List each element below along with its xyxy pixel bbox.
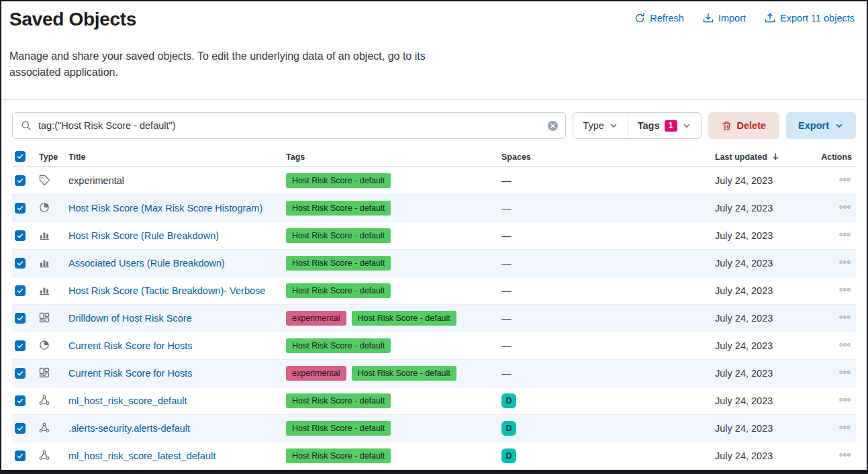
row-checkbox[interactable] [15, 423, 26, 434]
saved-object-title-link[interactable]: Current Risk Score for Hosts [68, 368, 193, 379]
dashboard-icon [39, 312, 50, 323]
row-actions-button[interactable] [838, 448, 852, 464]
type-filter-button[interactable]: Type [573, 113, 627, 138]
row-tags: experimentalHost Risk Score - default [283, 366, 499, 381]
refresh-button[interactable]: Refresh [634, 13, 684, 23]
import-button[interactable]: Import [703, 13, 746, 23]
tag-badge[interactable]: Host Risk Score - default [352, 311, 456, 326]
saved-object-title-link[interactable]: Drilldown of Host Risk Score [68, 313, 192, 324]
row-actions-button[interactable] [838, 393, 852, 409]
row-tags: Host Risk Score - default [283, 393, 499, 409]
row-actions-button[interactable] [838, 228, 852, 244]
table-header-row: Type Title Tags Spaces Last updated Acti… [12, 147, 856, 167]
select-all-checkbox[interactable] [15, 151, 26, 162]
tag-badge[interactable]: Host Risk Score - default [286, 421, 391, 436]
visualization-icon [39, 257, 50, 268]
page-header: Saved Objects Refresh Import Export 11 o… [1, 1, 867, 31]
trash-icon [722, 121, 732, 131]
ellipsis-icon [839, 339, 851, 350]
tag-badge[interactable]: experimental [286, 311, 346, 326]
row-actions-button[interactable] [838, 173, 852, 189]
saved-object-title-link[interactable]: ml_host_risk_score_latest_default [68, 451, 215, 461]
table-body: experimental Host Risk Score - default —… [12, 167, 856, 470]
saved-object-title-link[interactable]: .alerts-security.alerts-default [68, 423, 190, 434]
saved-object-title-link[interactable]: Associated Users (Rule Breakdown) [68, 258, 225, 269]
tag-badge[interactable]: Host Risk Score - default [286, 173, 391, 189]
table-row: Host Risk Score (Max Risk Score Histogra… [12, 195, 856, 222]
row-checkbox[interactable] [15, 451, 26, 461]
row-actions-button[interactable] [838, 283, 852, 299]
row-last-updated: July 24, 2023 [712, 203, 818, 214]
delete-button[interactable]: Delete [708, 112, 780, 139]
clear-search-button[interactable] [547, 120, 559, 132]
saved-object-title-link[interactable]: Host Risk Score (Rule Breakdown) [68, 230, 219, 241]
tag-badge[interactable]: Host Risk Score - default [286, 393, 391, 409]
page-description: Manage and share your saved objects. To … [9, 48, 452, 81]
saved-object-title-link[interactable]: ml_host_risk_score_default [68, 395, 187, 406]
column-header-last-updated[interactable]: Last updated [712, 152, 818, 162]
row-last-updated: July 24, 2023 [712, 285, 818, 296]
tag-badge[interactable]: Host Risk Score - default [286, 283, 391, 299]
saved-object-title-link[interactable]: Host Risk Score (Tactic Breakdown)- Verb… [68, 285, 265, 296]
table-row: Drilldown of Host Risk Score experimenta… [12, 305, 856, 332]
export-all-button[interactable]: Export 11 objects [765, 13, 855, 23]
export-icon [765, 13, 775, 23]
toolbar: Type Tags 1 Delete Export [12, 112, 856, 139]
row-actions-button[interactable] [838, 420, 852, 436]
ellipsis-icon [839, 229, 851, 240]
saved-object-title-link[interactable]: Host Risk Score (Max Risk Score Histogra… [68, 203, 262, 214]
row-checkbox[interactable] [15, 175, 26, 186]
search-icon [21, 120, 32, 131]
visualization-icon [39, 285, 50, 295]
tag-badge[interactable]: Host Risk Score - default [286, 448, 391, 464]
row-spaces: — [499, 285, 712, 296]
row-actions-button[interactable] [838, 255, 852, 271]
row-last-updated: July 24, 2023 [712, 258, 818, 269]
row-checkbox[interactable] [15, 340, 26, 351]
row-last-updated: July 24, 2023 [712, 230, 818, 241]
column-header-type[interactable]: Type [36, 152, 66, 162]
row-last-updated: July 24, 2023 [712, 175, 818, 186]
search-input[interactable] [38, 120, 540, 131]
row-actions-button[interactable] [838, 200, 852, 216]
no-spaces-dash: — [501, 285, 512, 296]
no-spaces-dash: — [501, 340, 512, 351]
export-selected-button[interactable]: Export [786, 112, 856, 139]
row-checkbox[interactable] [15, 258, 26, 269]
row-spaces: D [499, 393, 712, 408]
chevron-down-icon [609, 121, 618, 130]
ellipsis-icon [839, 422, 851, 433]
row-checkbox[interactable] [15, 203, 26, 214]
row-checkbox[interactable] [15, 395, 26, 406]
row-last-updated: July 24, 2023 [712, 395, 818, 406]
tag-badge[interactable]: Host Risk Score - default [286, 228, 391, 244]
clear-icon [547, 120, 559, 132]
column-header-title[interactable]: Title [66, 152, 283, 162]
row-tags: Host Risk Score - default [283, 421, 499, 436]
row-checkbox[interactable] [15, 230, 26, 241]
row-checkbox[interactable] [15, 368, 26, 379]
tag-badge[interactable]: Host Risk Score - default [286, 338, 391, 354]
tags-filter-button[interactable]: Tags 1 [628, 113, 701, 138]
tag-badge[interactable]: Host Risk Score - default [286, 201, 391, 216]
row-actions-button[interactable] [838, 310, 852, 326]
tag-icon [39, 175, 50, 185]
search-box [12, 112, 566, 139]
row-actions-button[interactable] [838, 338, 852, 354]
tag-badge[interactable]: Host Risk Score - default [286, 256, 391, 271]
row-tags: Host Risk Score - default [283, 228, 499, 244]
row-actions-button[interactable] [838, 365, 852, 381]
page-title: Saved Objects [9, 8, 136, 31]
row-checkbox[interactable] [15, 285, 26, 296]
table-row: Associated Users (Rule Breakdown) Host R… [12, 250, 856, 277]
tag-badge[interactable]: Host Risk Score - default [352, 366, 456, 381]
row-checkbox[interactable] [15, 313, 26, 324]
saved-object-title-link: experimental [68, 175, 124, 186]
section-divider [1, 99, 867, 100]
row-tags: Host Risk Score - default [283, 201, 499, 216]
table-row: ml_host_risk_score_default Host Risk Sco… [12, 387, 856, 415]
column-header-actions: Actions [818, 152, 856, 162]
tag-badge[interactable]: experimental [286, 366, 346, 381]
no-spaces-dash: — [501, 313, 512, 324]
saved-object-title-link[interactable]: Current Risk Score for Hosts [68, 340, 193, 351]
